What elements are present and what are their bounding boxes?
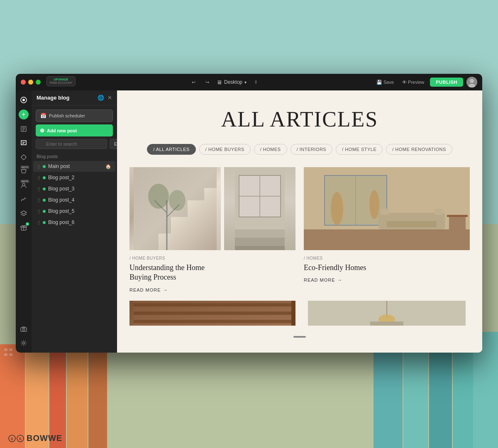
- svg-point-29: [22, 183, 25, 186]
- panel-actions: 📅 Publish scheduler ⊕ Add new post: [32, 105, 117, 139]
- filter-tabs: / ALL ARTICLES / HOME BUYERS / HOMES / I…: [129, 144, 470, 155]
- add-button-rail[interactable]: +: [19, 110, 29, 119]
- close-button[interactable]: [21, 80, 26, 85]
- cc-icons: c c: [8, 435, 24, 442]
- device-selector[interactable]: 🖥 Desktop ▾: [217, 79, 247, 85]
- svg-marker-30: [21, 211, 27, 214]
- post-dot: [43, 176, 46, 179]
- post-item[interactable]: ⣿ Blog post_3: [33, 183, 115, 194]
- post-item[interactable]: ⣿ Main post 🏠: [33, 161, 115, 172]
- filter-tab-renovations[interactable]: / HOME RENOVATIONS: [386, 144, 452, 155]
- rail-icon-shop[interactable]: BETA: [17, 165, 30, 178]
- svg-rect-6: [403, 336, 428, 448]
- save-button[interactable]: 💾 Save: [374, 78, 396, 86]
- article-title: Understanding the HomeBuying Process: [129, 263, 295, 282]
- article-image-partial: [129, 301, 295, 326]
- title-bar-right: 💾 Save 👁 Preview PUBLISH: [374, 77, 477, 88]
- post-item[interactable]: ⣿ Blog post_4: [33, 195, 115, 205]
- preview-button[interactable]: 👁 Preview: [400, 78, 427, 86]
- icon-rail: +: [16, 90, 32, 353]
- section-label: Blog posts: [32, 152, 117, 161]
- articles-grid: / HOME BUYERS Understanding the HomeBuyi…: [129, 167, 470, 292]
- post-list: ⣿ Main post 🏠 ⣿ Blog post_2 ⣿ Blog post_…: [32, 161, 117, 353]
- rail-icon-design[interactable]: [17, 151, 30, 163]
- publish-scheduler-button[interactable]: 📅 Publish scheduler: [36, 110, 113, 122]
- svg-rect-49: [235, 246, 285, 250]
- undo-button[interactable]: ↩: [189, 78, 198, 86]
- svg-point-21: [22, 99, 25, 101]
- upgrade-pill[interactable]: UPGRADE FREE ACCOUNT: [46, 76, 76, 87]
- main-content: ALL ARTICLES / ALL ARTICLES / HOME BUYER…: [117, 90, 482, 353]
- article-card-partial-2: [304, 301, 470, 326]
- read-more-button[interactable]: READ MORE →: [129, 287, 168, 292]
- svg-rect-63: [449, 217, 466, 229]
- rail-icon-blog[interactable]: [17, 137, 30, 149]
- svg-rect-0: [0, 344, 25, 448]
- svg-rect-48: [235, 238, 285, 246]
- rail-bottom: [17, 323, 30, 353]
- post-item[interactable]: ⣿ Blog post_2: [33, 172, 115, 183]
- filter-tab-homes[interactable]: / HOMES: [254, 144, 287, 155]
- post-item[interactable]: ⣿ Blog post_6: [33, 217, 115, 228]
- article-category: / HOMES: [304, 256, 470, 261]
- search-input[interactable]: [36, 139, 107, 149]
- fullscreen-button[interactable]: [36, 80, 41, 85]
- drag-handle: ⣿: [37, 175, 40, 180]
- svg-point-58: [369, 190, 379, 219]
- share-button[interactable]: ⇧: [251, 78, 260, 86]
- svg-point-28: [22, 155, 26, 159]
- article-image: [304, 167, 470, 250]
- svg-rect-47: [235, 229, 285, 238]
- svg-point-42: [169, 190, 186, 211]
- panel-title: Manage blog: [37, 95, 69, 101]
- title-bar-center: ↩ ↪ 🖥 Desktop ▾ ⇧: [78, 78, 371, 86]
- drag-handle: ⣿: [37, 164, 40, 169]
- svg-rect-11: [9, 348, 12, 351]
- globe-icon[interactable]: 🌐: [98, 95, 104, 101]
- panel-sidebar: Manage blog 🌐 ✕ 📅 Publish scheduler ⊕ Ad…: [32, 90, 117, 353]
- post-dot: [43, 210, 46, 213]
- post-name: Blog post_6: [48, 219, 111, 225]
- svg-rect-60: [381, 209, 389, 215]
- rail-icon-settings[interactable]: [17, 337, 30, 349]
- filter-tab-homestyle[interactable]: / HOME STYLE: [336, 144, 383, 155]
- svg-text:c: c: [11, 436, 13, 441]
- panel-header-icons: 🌐 ✕: [98, 95, 112, 101]
- rail-icon-crm[interactable]: BETA: [17, 179, 30, 192]
- avatar[interactable]: [466, 77, 477, 88]
- article-image-composite: [304, 167, 470, 250]
- post-name: Blog post_2: [48, 175, 111, 180]
- redo-button[interactable]: ↪: [203, 78, 212, 86]
- read-more-button[interactable]: READ MORE →: [304, 278, 342, 282]
- svg-rect-13: [9, 353, 12, 356]
- post-item[interactable]: ⣿ Blog post_5: [33, 206, 115, 217]
- search-row: 🔍 EN PL DE: [32, 139, 117, 152]
- article-card: / HOMES Eco-Friendly Homes READ MORE →: [304, 167, 470, 292]
- post-dot: [43, 221, 46, 224]
- filter-tab-all[interactable]: / ALL ARTICLES: [147, 144, 196, 155]
- rail-icon-gifts[interactable]: 1: [17, 222, 30, 234]
- svg-rect-64: [447, 215, 468, 217]
- app-window: UPGRADE FREE ACCOUNT ↩ ↪ 🖥 Desktop ▾ ⇧: [16, 74, 482, 353]
- svg-rect-51: [304, 229, 470, 250]
- drag-handle: ⣿: [37, 198, 40, 202]
- post-dot: [43, 199, 46, 202]
- minimize-button[interactable]: [28, 80, 33, 85]
- filter-tab-interiors[interactable]: / INTERIORS: [290, 144, 333, 155]
- panel-close-icon[interactable]: ✕: [107, 95, 112, 101]
- svg-text:c: c: [19, 436, 22, 441]
- rail-icon-home[interactable]: [17, 94, 30, 106]
- svg-point-35: [23, 342, 25, 344]
- app-body: +: [16, 90, 482, 353]
- post-dot: [43, 187, 46, 190]
- rail-icon-camera[interactable]: [17, 323, 30, 335]
- filter-tab-homebuyers[interactable]: / HOME BUYERS: [199, 144, 251, 155]
- add-new-post-button[interactable]: ⊕ Add new post: [36, 124, 113, 136]
- panel-header: Manage blog 🌐 ✕: [32, 90, 117, 105]
- scroll-indicator: [293, 336, 306, 338]
- svg-rect-62: [387, 221, 437, 227]
- rail-icon-analytics[interactable]: [17, 193, 30, 206]
- rail-icon-layers[interactable]: [17, 207, 30, 220]
- publish-button[interactable]: PUBLISH: [430, 78, 463, 87]
- rail-icon-pages[interactable]: [17, 123, 30, 135]
